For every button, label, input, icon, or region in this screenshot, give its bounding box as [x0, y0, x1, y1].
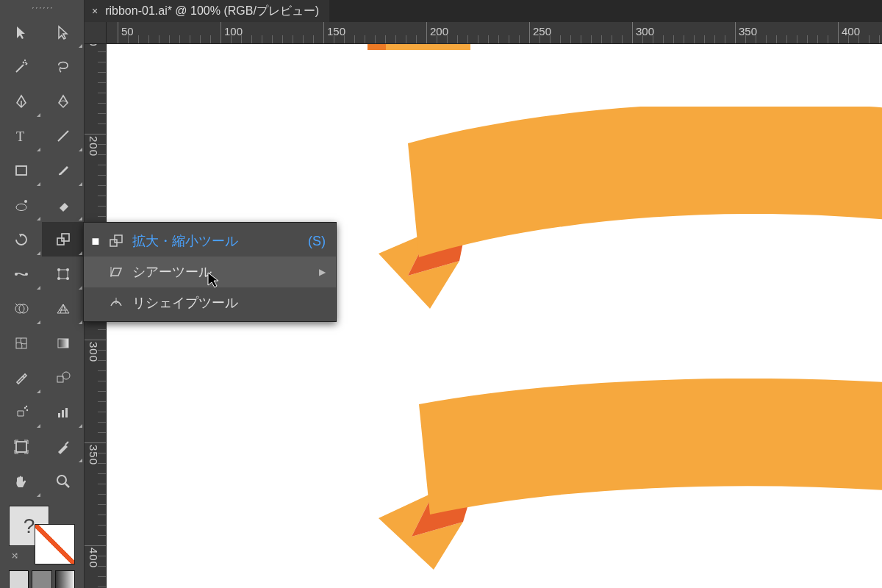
document-tab-bar: × ribbon-01.ai* @ 100% (RGB/プレビュー) — [85, 0, 882, 22]
ruler-v-label: 300 — [87, 342, 100, 362]
rectangle-tool[interactable] — [0, 153, 42, 187]
flyout-item-reshape[interactable]: リシェイプツール — [84, 287, 336, 318]
svg-rect-17 — [58, 339, 68, 348]
hand-tool[interactable] — [0, 464, 42, 498]
document-tab-title: ribbon-01.ai* @ 100% (RGB/プレビュー) — [105, 4, 319, 19]
document-tab[interactable]: × ribbon-01.ai* @ 100% (RGB/プレビュー) — [85, 0, 329, 22]
palette-drag-handle[interactable] — [0, 0, 84, 15]
flyout-item-shortcut: (S) — [308, 234, 326, 249]
ruler-h-label: 100 — [224, 25, 243, 37]
column-graph-tool[interactable] — [42, 395, 84, 429]
svg-point-4 — [24, 200, 27, 203]
zoom-tool[interactable] — [42, 464, 84, 498]
svg-rect-24 — [62, 410, 64, 417]
slice-tool[interactable] — [42, 429, 84, 464]
width-tool[interactable] — [0, 257, 42, 291]
ruler-horizontal[interactable]: 50100150200250300350400 — [85, 22, 882, 44]
svg-point-0 — [25, 62, 26, 63]
ruler-origin[interactable] — [85, 22, 107, 44]
svg-point-11 — [66, 268, 69, 271]
flyout-item-label: 拡大・縮小ツール — [132, 232, 301, 250]
eyedropper-tool[interactable] — [0, 360, 42, 395]
ruler-h-label: 300 — [636, 25, 654, 37]
lasso-tool[interactable] — [42, 49, 84, 84]
svg-line-28 — [65, 484, 69, 487]
symbol-sprayer-tool[interactable] — [0, 395, 42, 429]
svg-point-7 — [15, 273, 18, 276]
pen-tool[interactable] — [0, 84, 42, 118]
svg-rect-32 — [115, 235, 122, 243]
svg-rect-3 — [16, 166, 26, 175]
rotate-tool[interactable] — [0, 222, 42, 257]
ruler-v-label: 400 — [87, 548, 100, 568]
svg-point-21 — [26, 409, 27, 410]
line-segment-tool[interactable] — [42, 118, 84, 153]
type-tool[interactable]: T — [0, 118, 42, 153]
gradient-tool[interactable] — [42, 326, 84, 360]
svg-rect-9 — [59, 270, 68, 279]
svg-line-2 — [58, 131, 68, 141]
svg-text:T: T — [16, 129, 24, 144]
shape-builder-tool[interactable] — [0, 291, 42, 326]
color-swatch-area: ? ⤭ — [0, 498, 84, 588]
ruler-h-label: 250 — [533, 25, 551, 37]
svg-point-27 — [57, 476, 66, 484]
swap-fill-stroke-icon[interactable]: ⤭ — [11, 551, 23, 562]
svg-point-12 — [57, 277, 60, 280]
tool-grid: T — [0, 15, 84, 498]
flyout-current-dot-icon: ■ — [91, 234, 100, 249]
flyout-reshape-icon — [107, 295, 125, 310]
artboard-tool[interactable] — [0, 429, 42, 464]
svg-point-14 — [15, 304, 24, 313]
tool-palette: T ? ⤭ — [0, 0, 85, 588]
color-mode-swatch[interactable] — [9, 570, 29, 588]
paintbrush-tool[interactable] — [42, 153, 84, 187]
svg-point-15 — [19, 304, 28, 313]
ribbon-artwork-lower — [379, 379, 882, 588]
svg-rect-25 — [65, 408, 68, 417]
ruler-h-label: 400 — [842, 25, 860, 37]
flyout-shear-icon — [107, 265, 125, 279]
svg-point-19 — [62, 372, 70, 379]
stroke-swatch[interactable] — [35, 524, 75, 564]
color-mode-swatch[interactable] — [32, 570, 51, 588]
ruler-v-label: 350 — [87, 445, 100, 465]
ruler-h-label: 350 — [739, 25, 757, 37]
ruler-v-label: 200 — [87, 136, 100, 157]
flyout-item-shear[interactable]: シアーツール▶ — [84, 257, 336, 287]
mesh-tool[interactable] — [0, 326, 42, 360]
blend-tool[interactable] — [42, 360, 84, 395]
submenu-arrow-icon: ▶ — [319, 267, 326, 277]
ruler-h-label: 200 — [430, 25, 448, 37]
ruler-h-label: 150 — [327, 25, 345, 37]
ribbon-artwork-upper — [379, 107, 882, 320]
svg-rect-23 — [58, 413, 60, 417]
ruler-v-label: 50 — [87, 44, 100, 47]
svg-rect-18 — [57, 376, 63, 382]
svg-point-20 — [24, 406, 25, 408]
flyout-scale-icon — [107, 234, 125, 248]
svg-rect-30 — [368, 44, 386, 50]
svg-rect-26 — [16, 442, 26, 452]
color-mode-swatch[interactable] — [55, 570, 75, 588]
perspective-grid-tool[interactable] — [42, 291, 84, 326]
flyout-item-label: シアーツール — [132, 263, 304, 281]
svg-point-22 — [25, 405, 26, 406]
eraser-tool[interactable] — [42, 187, 84, 222]
svg-rect-6 — [62, 234, 69, 241]
svg-point-10 — [57, 268, 60, 271]
svg-point-8 — [25, 273, 28, 276]
fill-stroke-indicator[interactable]: ? ⤭ — [9, 506, 75, 564]
shaper-tool[interactable] — [0, 187, 42, 222]
scale-tool[interactable] — [42, 222, 84, 257]
free-transform-tool[interactable] — [42, 257, 84, 291]
selection-tool[interactable] — [0, 15, 42, 49]
direct-selection-tool[interactable] — [42, 15, 84, 49]
magic-wand-tool[interactable] — [0, 49, 42, 84]
curvature-tool[interactable] — [42, 84, 84, 118]
color-mode-swatches — [4, 570, 79, 588]
tool-flyout-menu: ■拡大・縮小ツール(S)シアーツール▶リシェイプツール — [83, 222, 337, 322]
ribbon-artwork-top-peek — [368, 44, 470, 50]
flyout-item-scale[interactable]: ■拡大・縮小ツール(S) — [84, 226, 336, 257]
close-tab-icon[interactable]: × — [92, 5, 98, 17]
